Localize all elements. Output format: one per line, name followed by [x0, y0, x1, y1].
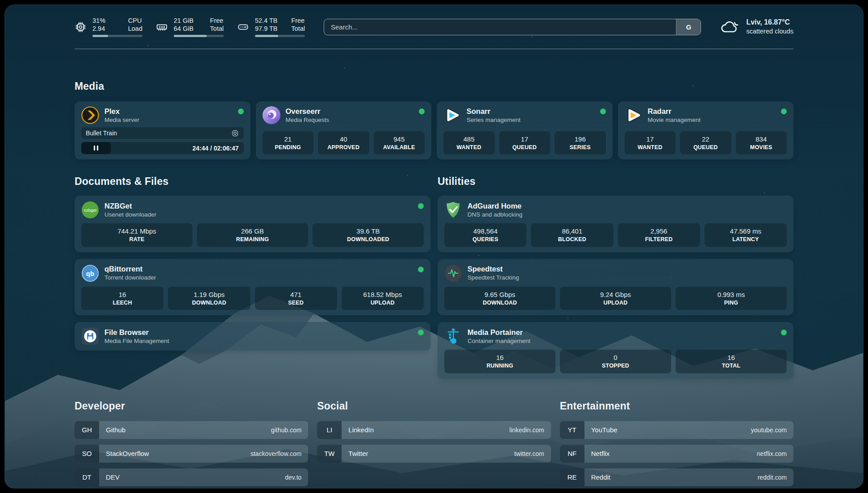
- stat-tile: 39.6 TB DOWNLOADED: [313, 223, 424, 247]
- app-title: File Browser: [104, 328, 169, 337]
- bookmark-twitter[interactable]: TW Twitter twitter.com: [317, 445, 551, 463]
- stat-tile: 9.65 Gbps DOWNLOAD: [444, 287, 555, 310]
- status-online-dot: [238, 109, 244, 114]
- svg-text:qb: qb: [86, 269, 94, 277]
- app-card-nzbget[interactable]: nzbget NZBGet Usenet downloader 744.21 M…: [75, 196, 430, 252]
- weather-location-temp: Lviv, 16.87°C: [746, 18, 793, 27]
- storage-icon: [237, 21, 249, 33]
- qbittorrent-icon: qb: [81, 264, 99, 282]
- bookmark-abbr: TW: [317, 445, 342, 463]
- bookmark-dev[interactable]: DT DEV dev.to: [75, 468, 308, 486]
- search-bar: G: [324, 19, 701, 35]
- bookmark-github[interactable]: GH Github github.com: [75, 421, 308, 439]
- bookmark-abbr: NF: [560, 445, 584, 463]
- app-title: Speedtest: [467, 264, 519, 274]
- app-card-plex[interactable]: Plex Media server Bullet Train 24:44: [75, 101, 250, 159]
- stat-tile: 17 QUEUED: [499, 131, 551, 155]
- status-online-dot: [600, 109, 606, 114]
- dashboard-window: 31%2.94 CPULoad: [4, 4, 864, 489]
- system-stats: 31%2.94 CPULoad: [75, 17, 305, 37]
- cpu-progress-bar: [92, 35, 142, 37]
- bookmark-url: youtube.com: [751, 426, 787, 434]
- app-subtitle: DNS and adblocking: [467, 211, 522, 218]
- status-online-dot: [781, 109, 787, 114]
- stat-tile: 1.19 Gbps DOWNLOAD: [168, 287, 250, 310]
- bookmark-linkedin[interactable]: LI LinkedIn linkedin.com: [317, 421, 551, 439]
- app-card-filebrowser[interactable]: File Browser Media File Management: [75, 322, 430, 351]
- radarr-icon: [625, 106, 643, 124]
- now-playing-title: Bullet Train: [86, 130, 117, 137]
- app-title: Media Portainer: [467, 328, 530, 337]
- search-input[interactable]: [324, 19, 676, 35]
- bookmark-name: Twitter: [348, 450, 368, 457]
- app-subtitle: Movie management: [648, 116, 701, 124]
- bookmark-url: netflix.com: [757, 450, 787, 457]
- documents-column: Documents & Files nzbget NZBGet Usenet d: [75, 159, 430, 351]
- bookmark-stackoverflow[interactable]: SO StackOverflow stackoverflow.com: [75, 445, 308, 463]
- pause-button[interactable]: [81, 142, 111, 154]
- app-title: Sonarr: [467, 107, 521, 116]
- plex-icon: [81, 106, 99, 124]
- bookmark-url: dev.to: [285, 474, 301, 481]
- stat-tile: 22 QUEUED: [680, 131, 731, 155]
- app-card-speedtest[interactable]: Speedtest Speedtest Tracking 9.65 Gbps D…: [438, 259, 793, 316]
- bookmark-abbr: SO: [75, 445, 99, 463]
- playback-time: 24:44 / 02:06:47: [192, 145, 244, 152]
- bookmark-name: YouTube: [591, 426, 618, 434]
- status-online-dot: [418, 330, 424, 335]
- app-subtitle: Media Requests: [286, 116, 330, 124]
- app-subtitle: Torrent downloader: [104, 274, 156, 281]
- section-title-utilities: Utilities: [438, 175, 793, 188]
- overseerr-icon: [263, 106, 280, 124]
- bookmark-abbr: GH: [75, 421, 99, 439]
- stat-tile: 196 SERIES: [555, 131, 606, 155]
- app-card-qbittorrent[interactable]: qb qBittorrent Torrent downloader 16 LEE…: [75, 259, 430, 316]
- bookmark-netflix[interactable]: NF Netflix netflix.com: [560, 445, 793, 463]
- header-divider: [75, 49, 793, 49]
- entertainment-column: Entertainment YT YouTube youtube.com NF …: [560, 400, 793, 486]
- app-subtitle: Speedtest Tracking: [467, 274, 519, 281]
- app-title: Radarr: [648, 107, 701, 116]
- memory-stat-widget: 21 GiB64 GiB FreeTotal: [156, 17, 224, 37]
- bookmark-url: twitter.com: [514, 450, 544, 457]
- storage-stat-widget: 52.4 TB97.9 TB FreeTotal: [237, 17, 305, 37]
- section-title-entertainment: Entertainment: [560, 400, 793, 412]
- app-card-radarr[interactable]: Radarr Movie management 17 WANTED 22 QUE…: [618, 101, 794, 159]
- stat-tile: 485 WANTED: [443, 131, 495, 155]
- app-card-portainer[interactable]: Media Portainer Container management 16 …: [438, 322, 793, 379]
- stat-tile: 618.52 Mbps UPLOAD: [342, 287, 424, 310]
- gear-icon[interactable]: [231, 129, 239, 138]
- app-subtitle: Series management: [467, 116, 521, 124]
- media-grid: Plex Media server Bullet Train 24:44: [75, 101, 793, 159]
- bookmark-reddit[interactable]: RE Reddit reddit.com: [560, 468, 793, 486]
- bookmark-url: reddit.com: [758, 474, 787, 481]
- app-subtitle: Media server: [104, 116, 139, 124]
- cpu-values: 31%2.94: [92, 17, 105, 33]
- svg-text:nzbget: nzbget: [84, 208, 97, 213]
- app-title: Plex: [104, 107, 139, 116]
- status-online-dot: [418, 267, 424, 272]
- bookmark-youtube[interactable]: YT YouTube youtube.com: [560, 421, 793, 439]
- app-card-adguard[interactable]: AdGuard Home DNS and adblocking 498,564 …: [438, 196, 793, 252]
- stat-tile: 266 GB REMAINING: [197, 223, 308, 247]
- weather-widget: Lviv, 16.87°C scattered clouds: [720, 18, 793, 36]
- stat-tile: 744.21 Mbps RATE: [81, 223, 192, 247]
- stat-tile: 0 STOPPED: [560, 350, 671, 373]
- memory-progress-bar: [174, 35, 224, 37]
- adguard-icon: [444, 201, 462, 219]
- filebrowser-icon: [81, 327, 99, 345]
- social-column: Social LI LinkedIn linkedin.com TW Twitt…: [317, 400, 551, 486]
- bookmark-abbr: LI: [317, 421, 342, 439]
- cpu-icon: [75, 21, 87, 33]
- stat-tile: 16 TOTAL: [676, 350, 787, 373]
- app-card-sonarr[interactable]: Sonarr Series management 485 WANTED 17 Q…: [437, 101, 613, 159]
- bookmarks-grid: Developer GH Github github.com SO StackO…: [75, 400, 793, 486]
- stat-tile: 17 WANTED: [625, 131, 676, 155]
- cloud-icon: [720, 18, 740, 35]
- app-card-overseerr[interactable]: Overseerr Media Requests 21 PENDING 40 A…: [256, 101, 432, 159]
- app-subtitle: Container management: [467, 337, 530, 345]
- speedtest-icon: [444, 264, 462, 282]
- bookmark-abbr: YT: [560, 421, 584, 439]
- app-title: AdGuard Home: [467, 201, 522, 211]
- search-engine-button[interactable]: G: [676, 19, 701, 35]
